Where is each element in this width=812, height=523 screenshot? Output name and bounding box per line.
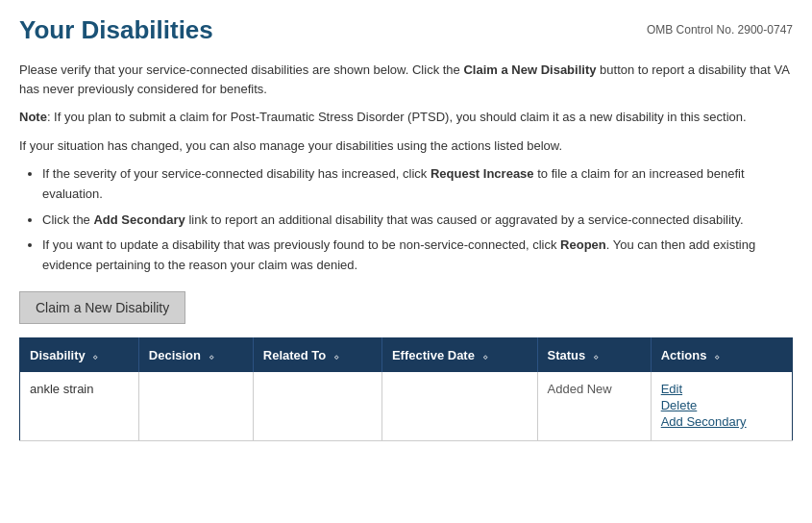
sort-disability-icon[interactable]: ⬦ xyxy=(92,351,98,361)
table-body: ankle strainAdded NewEditDeleteAdd Secon… xyxy=(20,372,793,441)
bullet2-start: Click the xyxy=(42,212,93,227)
cell-actions: EditDeleteAdd Secondary xyxy=(651,372,792,441)
claim-new-disability-button[interactable]: Claim a New Disability xyxy=(19,291,185,324)
sort-actions-icon[interactable]: ⬦ xyxy=(714,351,720,361)
header-row: Disability ⬦ Decision ⬦ Related To ⬦ Eff… xyxy=(20,337,793,372)
table-header: Disability ⬦ Decision ⬦ Related To ⬦ Eff… xyxy=(20,337,793,372)
page-header: Your Disabilities OMB Control No. 2900-0… xyxy=(19,15,793,49)
bullet-add-secondary: Click the Add Secondary link to report a… xyxy=(42,211,793,231)
request-increase-text: Request Increase xyxy=(431,166,534,181)
table-row: ankle strainAdded NewEditDeleteAdd Secon… xyxy=(20,372,793,441)
col-disability-label: Disability xyxy=(30,348,86,362)
manage-paragraph: If your situation has changed, you can a… xyxy=(19,137,793,156)
page-title: Your Disabilities xyxy=(19,15,213,45)
note-label: Note xyxy=(19,110,47,124)
col-related-to-label: Related To xyxy=(263,348,327,362)
action-edit-link[interactable]: Edit xyxy=(661,382,782,396)
col-effective-date[interactable]: Effective Date ⬦ xyxy=(381,337,537,372)
bullet3-start: If you want to update a disability that … xyxy=(42,237,560,252)
cell-effective_date xyxy=(381,372,537,441)
col-effective-date-label: Effective Date xyxy=(392,348,475,362)
bullet1-start: If the severity of your service-connecte… xyxy=(42,166,431,181)
cell-status: Added New xyxy=(537,372,651,441)
omb-number: OMB Control No. 2900-0747 xyxy=(647,23,793,37)
intro-text-start: Please verify that your service-connecte… xyxy=(19,62,463,77)
action-add-secondary-link[interactable]: Add Secondary xyxy=(661,414,782,429)
action-delete-link[interactable]: Delete xyxy=(661,398,782,412)
cell-decision xyxy=(138,372,253,441)
sort-related-to-icon[interactable]: ⬦ xyxy=(333,351,339,361)
col-disability[interactable]: Disability ⬦ xyxy=(20,337,139,372)
cell-disability: ankle strain xyxy=(20,372,139,441)
cell-related_to xyxy=(253,372,381,441)
note-body: : If you plan to submit a claim for Post… xyxy=(47,110,747,124)
bullet2-end: link to report an additional disability … xyxy=(185,212,744,227)
note-paragraph: Note: If you plan to submit a claim for … xyxy=(19,108,793,127)
reopen-text: Reopen xyxy=(560,237,606,252)
disabilities-table: Disability ⬦ Decision ⬦ Related To ⬦ Eff… xyxy=(19,337,793,441)
info-list: If the severity of your service-connecte… xyxy=(42,164,793,276)
sort-effective-date-icon[interactable]: ⬦ xyxy=(482,351,488,361)
col-related-to[interactable]: Related To ⬦ xyxy=(253,337,381,372)
sort-status-icon[interactable]: ⬦ xyxy=(593,351,599,361)
sort-decision-icon[interactable]: ⬦ xyxy=(209,351,214,361)
bullet-request-increase: If the severity of your service-connecte… xyxy=(42,164,793,205)
bullet-reopen: If you want to update a disability that … xyxy=(42,236,793,276)
claim-new-disability-link-text: Claim a New Disability xyxy=(463,62,596,77)
col-decision[interactable]: Decision ⬦ xyxy=(138,337,253,372)
intro-paragraph: Please verify that your service-connecte… xyxy=(19,61,793,98)
col-status[interactable]: Status ⬦ xyxy=(537,337,651,372)
col-actions[interactable]: Actions ⬦ xyxy=(651,337,792,372)
col-status-label: Status xyxy=(548,348,586,362)
col-decision-label: Decision xyxy=(149,348,201,362)
col-actions-label: Actions xyxy=(661,348,707,362)
add-secondary-text: Add Secondary xyxy=(93,212,185,227)
